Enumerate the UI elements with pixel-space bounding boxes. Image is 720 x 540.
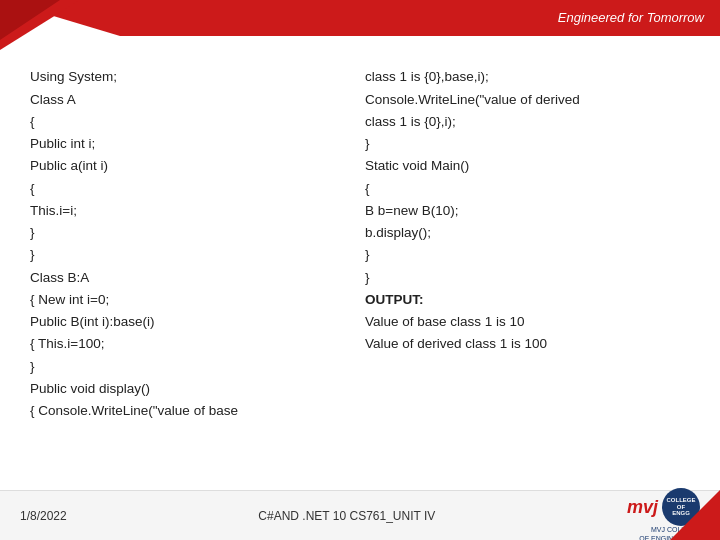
top-left-fold	[0, 0, 80, 50]
footer-date: 1/8/2022	[20, 509, 67, 523]
banner-text: Engineered for Tomorrow	[558, 10, 704, 25]
right-col-text: class 1 is {0},base,i); Console.WriteLin…	[365, 69, 580, 351]
left-col-text: Using System; Class A { Public int i; Pu…	[30, 69, 238, 418]
output-label: OUTPUT:	[365, 292, 424, 307]
footer: 1/8/2022 C#AND .NET 10 CS761_UNIT IV mvj…	[0, 490, 720, 540]
footer-course: C#AND .NET 10 CS761_UNIT IV	[258, 509, 435, 523]
left-column: Using System; Class A { Public int i; Pu…	[30, 44, 355, 490]
mvj-text: mvj	[627, 497, 658, 518]
main-content: Using System; Class A { Public int i; Pu…	[30, 44, 690, 490]
svg-marker-1	[0, 0, 60, 40]
bottom-right-triangle	[670, 490, 720, 540]
right-column: class 1 is {0},base,i); Console.WriteLin…	[355, 44, 690, 490]
